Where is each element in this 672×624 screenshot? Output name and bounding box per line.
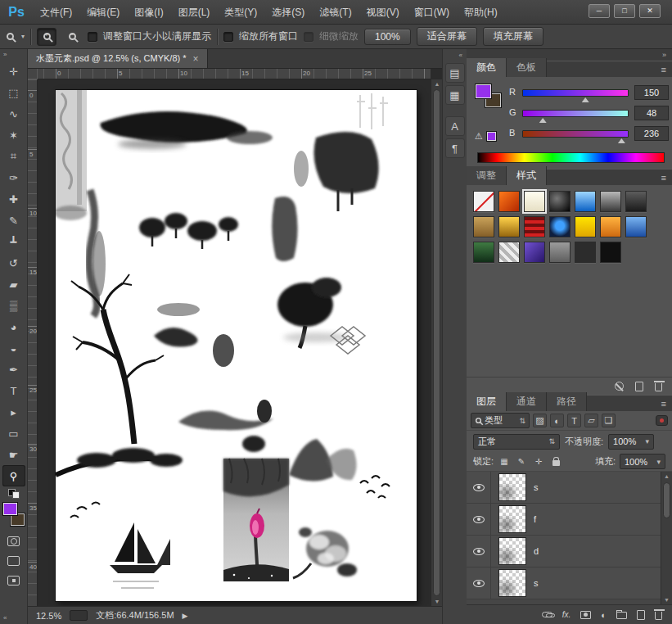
scroll-up-icon[interactable]: ▲ (661, 472, 672, 481)
close-button[interactable]: ✕ (639, 4, 661, 18)
lasso-tool[interactable]: ∿ (2, 103, 25, 124)
add-mask-icon[interactable] (580, 611, 591, 619)
tab-color[interactable]: 颜色 (467, 58, 507, 77)
zoom-100-button[interactable]: 100% (364, 29, 411, 45)
marquee-tool[interactable]: ⬚ (2, 82, 25, 103)
tab-adjustments[interactable]: 调整 (467, 166, 507, 185)
foreground-color-swatch[interactable] (2, 502, 18, 516)
panel-foreground-swatch[interactable] (475, 84, 492, 99)
tab-layers[interactable]: 图层 (467, 392, 507, 411)
menu-item[interactable]: 图层(L) (171, 0, 218, 25)
style-dark-sphere[interactable] (549, 191, 571, 212)
menu-item[interactable]: 编辑(E) (79, 0, 127, 25)
fit-screen-button[interactable]: 适合屏幕 (417, 27, 477, 46)
style-blue[interactable] (625, 216, 647, 237)
vertical-scrollbar[interactable]: ▲ ▼ (431, 79, 442, 606)
status-options-chip[interactable] (70, 610, 88, 621)
eraser-tool[interactable]: ▰ (2, 274, 25, 295)
layer-name[interactable]: d (534, 546, 539, 556)
zoom-out-button[interactable]: − (62, 28, 82, 46)
maximize-button[interactable]: □ (614, 4, 635, 18)
slider-handle[interactable] (539, 118, 547, 123)
layer-thumbnail[interactable] (498, 537, 526, 565)
layer-list-scrollbar[interactable]: ▲ ▼ (661, 472, 672, 604)
quick-selection-tool[interactable]: ✶ (2, 124, 25, 146)
link-layers-icon[interactable] (542, 612, 552, 617)
canvas-viewport[interactable] (38, 79, 431, 606)
g-value-field[interactable]: 48 (634, 106, 669, 120)
filter-adjustment-layers-icon[interactable]: ◐ (550, 414, 564, 427)
tools-collapse-icon[interactable]: » (0, 49, 10, 61)
blur-tool[interactable]: ◕ (2, 316, 25, 337)
document-page[interactable] (56, 90, 417, 601)
style-yellow[interactable] (575, 216, 596, 237)
filter-type-layers-icon[interactable]: T (567, 414, 581, 427)
menu-item[interactable]: 滤镜(T) (312, 0, 359, 25)
quick-mask-button[interactable] (7, 536, 20, 546)
hand-tool[interactable]: ☛ (2, 444, 25, 465)
fill-screen-button[interactable]: 填充屏幕 (483, 27, 543, 46)
style-red-stripes[interactable] (524, 216, 545, 237)
layer-thumbnail[interactable] (498, 569, 526, 597)
properties-panel-icon[interactable]: ▤ (445, 63, 465, 83)
tab-swatches[interactable]: 色板 (507, 58, 547, 77)
style-black[interactable] (600, 242, 621, 263)
style-blue-gloss[interactable] (575, 191, 596, 212)
panel-menu-icon[interactable]: ≡ (661, 65, 666, 75)
slider-handle[interactable] (582, 97, 589, 102)
scroll-down-icon[interactable]: ▼ (431, 597, 443, 606)
style-cream-selected[interactable] (524, 191, 545, 212)
menu-item[interactable]: 图像(I) (127, 0, 170, 25)
b-value-field[interactable]: 236 (634, 126, 669, 141)
style-orange[interactable] (600, 216, 621, 237)
layer-visibility-toggle[interactable] (467, 472, 491, 503)
slider-handle[interactable] (618, 138, 625, 143)
blend-mode-select[interactable]: 正常 ⇅ (473, 434, 560, 450)
brush-tool[interactable]: ✎ (2, 210, 25, 231)
style-gray[interactable] (549, 242, 571, 263)
menu-item[interactable]: 视图(V) (359, 0, 407, 25)
menu-item[interactable]: 文件(F) (33, 0, 79, 25)
lock-transparency-icon[interactable]: ▦ (498, 455, 511, 468)
new-group-icon[interactable] (616, 612, 627, 619)
eyedropper-tool[interactable]: ✑ (2, 167, 25, 188)
style-black-outline[interactable] (575, 242, 596, 263)
character-panel-icon[interactable]: A (445, 116, 465, 136)
zoom-tool[interactable]: ⚲ (2, 465, 25, 486)
delete-layer-icon[interactable] (655, 612, 662, 620)
menu-item[interactable]: 类型(Y) (217, 0, 264, 25)
layer-row[interactable]: s (467, 472, 661, 504)
scrollbar-thumb[interactable] (663, 482, 670, 518)
layer-filter-toggle[interactable] (656, 415, 668, 426)
crop-tool[interactable]: ⌗ (2, 146, 25, 167)
fill-select[interactable]: 100% ▾ (620, 454, 665, 469)
clone-stamp-tool[interactable]: ┻ (2, 231, 25, 252)
layer-thumbnail[interactable] (498, 473, 526, 501)
lock-all-icon[interactable] (549, 455, 562, 468)
layer-row[interactable]: f (467, 504, 661, 536)
adjustment-layer-icon[interactable]: ◐ (601, 610, 607, 620)
gamut-color-swatch[interactable] (486, 131, 497, 142)
tab-styles[interactable]: 样式 (507, 166, 547, 185)
style-globe[interactable] (549, 216, 571, 237)
zoom-all-windows-checkbox[interactable] (223, 32, 233, 42)
healing-brush-tool[interactable]: ✚ (2, 188, 25, 210)
layer-name[interactable]: f (534, 514, 536, 524)
default-colors-icon[interactable] (8, 489, 20, 499)
style-orange-red[interactable] (498, 191, 520, 212)
r-channel-slider[interactable] (522, 89, 629, 97)
style-gold[interactable] (498, 216, 520, 237)
layer-name[interactable]: s (534, 578, 539, 588)
color-spectrum-ramp[interactable] (477, 152, 665, 163)
screen-mode-button[interactable] (7, 556, 20, 566)
zoom-in-button[interactable]: + (37, 28, 56, 46)
layer-row[interactable]: s (467, 567, 661, 599)
path-selection-tool[interactable]: ▸ (2, 401, 25, 423)
screen-mode-alt-button[interactable] (7, 576, 20, 586)
layer-style-fx-icon[interactable]: fx. (562, 610, 571, 619)
tab-close-icon[interactable]: × (193, 53, 199, 65)
layer-visibility-toggle[interactable] (467, 504, 491, 535)
filter-pixel-layers-icon[interactable]: ▨ (533, 414, 547, 427)
style-none[interactable] (473, 191, 494, 212)
document-tab[interactable]: 水墨元素.psd @ 12.5% (s, CMYK/8) * × (28, 49, 208, 68)
